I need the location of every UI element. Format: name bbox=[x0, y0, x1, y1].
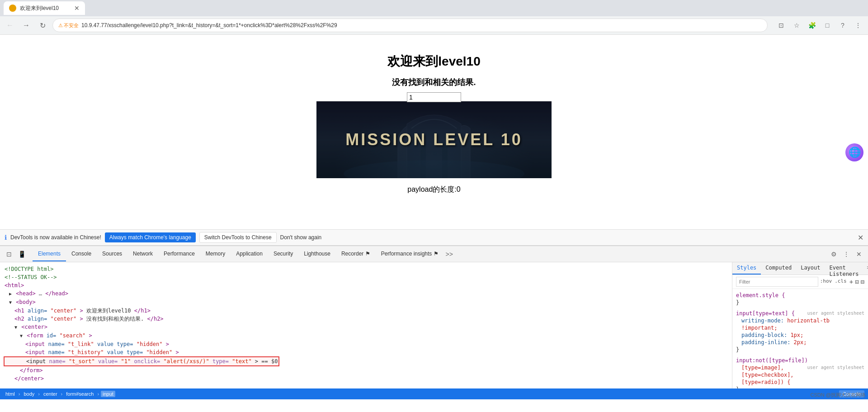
tab-memory[interactable]: Memory bbox=[200, 247, 231, 261]
tree-body[interactable]: ▼ <body> bbox=[4, 298, 728, 307]
styles-panel: Styles Computed Layout Event Listeners >… bbox=[732, 262, 868, 388]
browser-chrome: 欢迎来到level10 ✕ ← → ↻ ⚠ 不安全 10.9.47.77/xss… bbox=[0, 0, 868, 35]
styles-filter-bar: :hov .cls + ⊡ ⊟ bbox=[732, 275, 868, 289]
tree-h1[interactable]: <h1 align= "center" > 欢迎来到level10 </h1> bbox=[4, 307, 728, 315]
cls-toggle[interactable]: .cls bbox=[835, 278, 847, 285]
url-text: 10.9.47.77/xsschallenge/level10.php?t_li… bbox=[81, 22, 337, 28]
tab-application[interactable]: Application bbox=[231, 247, 268, 261]
tree-input-sort-highlighted[interactable]: <input name= "t_sort" value= "1" onclick… bbox=[4, 356, 279, 366]
tree-html[interactable]: <html> bbox=[4, 281, 728, 289]
always-match-button[interactable]: Always match Chrome's language bbox=[105, 232, 196, 242]
breadcrumb-form[interactable]: form#search bbox=[64, 391, 95, 397]
styles-content: element.style { } input[type=text] { use… bbox=[732, 289, 868, 388]
tree-doctype: <!DOCTYPE html> bbox=[4, 265, 728, 273]
tree-input-link[interactable]: <input name= "t_link" value type= "hidde… bbox=[4, 340, 728, 348]
menu-button[interactable]: ⋮ bbox=[852, 19, 864, 32]
tab-performance-insights[interactable]: Performance insights ⚑ bbox=[376, 247, 444, 261]
minimize-devtools-icon[interactable]: ✕ bbox=[854, 249, 864, 260]
more-styles-tabs[interactable]: >> bbox=[863, 262, 868, 275]
devtools-tabs: Elements Console Sources Network Perform… bbox=[33, 247, 455, 261]
profile-button[interactable]: □ bbox=[821, 19, 834, 32]
address-bar: ← → ↻ ⚠ 不安全 10.9.47.77/xsschallenge/leve… bbox=[0, 16, 868, 34]
tab-favicon bbox=[9, 5, 16, 12]
url-bar[interactable]: ⚠ 不安全 10.9.47.77/xsschallenge/level10.ph… bbox=[52, 19, 768, 32]
dont-show-again-button[interactable]: Don't show again bbox=[280, 234, 322, 241]
styles-filter-input[interactable] bbox=[736, 277, 818, 287]
tab-recorder[interactable]: Recorder ⚑ bbox=[336, 247, 376, 261]
tree-form-close: </form> bbox=[4, 366, 728, 374]
mission-text: Mission Level 10 bbox=[345, 130, 522, 149]
info-icon: ℹ bbox=[5, 234, 7, 241]
breadcrumb-html[interactable]: html bbox=[4, 391, 17, 397]
globe-icon: 🌐 bbox=[845, 143, 863, 161]
toggle-computed-icon[interactable]: ⊡ bbox=[855, 278, 859, 285]
settings-icon[interactable]: ⚙ bbox=[828, 249, 839, 260]
styles-tabs: Styles Computed Layout Event Listeners >… bbox=[732, 262, 868, 275]
search-input[interactable] bbox=[407, 92, 461, 102]
page-subtitle: 没有找到和相关的结果. bbox=[9, 77, 859, 88]
payload-info: payload的长度:0 bbox=[9, 185, 859, 194]
expand-body-triangle[interactable]: ▼ bbox=[9, 298, 12, 307]
device-toolbar-icon[interactable]: 📱 bbox=[16, 249, 27, 260]
devtools-notification: ℹ DevTools is now available in Chinese! … bbox=[0, 229, 868, 246]
add-style-icon[interactable]: + bbox=[849, 278, 853, 285]
bookmark-button[interactable]: ☆ bbox=[790, 19, 803, 32]
computed-tab[interactable]: Computed bbox=[761, 262, 796, 275]
switch-devtools-button[interactable]: Switch DevTools to Chinese bbox=[199, 232, 277, 243]
tree-input-history[interactable]: <input name= "t_history" value type= "hi… bbox=[4, 348, 728, 356]
devtools-body: <!DOCTYPE html> <!--STATUS OK--> <html> … bbox=[0, 262, 868, 388]
reload-button[interactable]: ↻ bbox=[36, 19, 49, 32]
tree-comment: <!--STATUS OK--> bbox=[4, 273, 728, 281]
cast-button[interactable]: ⊡ bbox=[775, 19, 788, 32]
event-listeners-tab[interactable]: Event Listeners bbox=[825, 262, 863, 275]
webpage-area: 欢迎来到level10 没有找到和相关的结果. bbox=[0, 35, 868, 229]
breadcrumb-bar: html › body › center › form#search › inp… bbox=[4, 391, 115, 397]
devtools-toolbar: ⊡ 📱 Elements Console Sources Network Per… bbox=[0, 246, 868, 262]
tree-form[interactable]: ▼ <form id= "search" > bbox=[4, 331, 728, 340]
breadcrumb-input[interactable]: input bbox=[101, 391, 115, 397]
tab-security[interactable]: Security bbox=[268, 247, 298, 261]
breadcrumb-center[interactable]: center bbox=[42, 391, 59, 397]
notification-text: DevTools is now available in Chinese! bbox=[10, 234, 101, 241]
html-tree: <!DOCTYPE html> <!--STATUS OK--> <html> … bbox=[0, 262, 732, 388]
watermark: CSDN @扰脚大汉在网络 bbox=[811, 392, 866, 398]
back-button[interactable]: ← bbox=[4, 19, 16, 32]
styles-tab[interactable]: Styles bbox=[732, 262, 761, 275]
devtools-icons-right: ⚙ ⋮ ✕ bbox=[828, 249, 864, 260]
tree-center[interactable]: ▼ <center> bbox=[4, 323, 728, 331]
hov-toggle[interactable]: :hov bbox=[820, 278, 832, 285]
page-content: 欢迎来到level10 没有找到和相关的结果. bbox=[0, 35, 868, 204]
tab-close-button[interactable]: ✕ bbox=[74, 5, 80, 12]
layout-tab[interactable]: Layout bbox=[796, 262, 825, 275]
forward-button[interactable]: → bbox=[20, 19, 33, 32]
inspect-element-icon[interactable]: ⊡ bbox=[4, 249, 14, 260]
security-warning: ⚠ 不安全 bbox=[58, 22, 79, 29]
tree-h2[interactable]: <h2 align= "center" > 没有找到和相关的结果. </h2> bbox=[4, 315, 728, 323]
css-rule-input-text: input[type=text] { user agent stylesheet… bbox=[736, 310, 864, 353]
help-button[interactable]: ? bbox=[836, 19, 849, 32]
expand-head-triangle[interactable]: ▶ bbox=[9, 290, 12, 298]
devtools-panel: ⊡ 📱 Elements Console Sources Network Per… bbox=[0, 246, 868, 399]
tab-sources[interactable]: Sources bbox=[97, 247, 127, 261]
tab-bar: 欢迎来到level10 ✕ bbox=[0, 0, 868, 16]
filter-icon[interactable]: ⊟ bbox=[861, 278, 864, 285]
tree-head[interactable]: ▶ <head> … </head> bbox=[4, 289, 728, 298]
toolbar-right: ⊡ ☆ 🧩 □ ? ⋮ bbox=[775, 19, 864, 32]
browser-tab[interactable]: 欢迎来到level10 ✕ bbox=[4, 1, 85, 15]
extensions-button[interactable]: 🧩 bbox=[806, 19, 818, 32]
more-options-icon[interactable]: ⋮ bbox=[841, 249, 852, 260]
tab-network[interactable]: Network bbox=[127, 247, 158, 261]
tab-console[interactable]: Console bbox=[66, 247, 97, 261]
styles-filter-actions: :hov .cls + ⊡ ⊟ bbox=[820, 278, 864, 285]
tab-elements[interactable]: Elements bbox=[33, 247, 66, 261]
expand-form-triangle[interactable]: ▼ bbox=[20, 332, 23, 340]
tab-title: 欢迎来到level10 bbox=[20, 5, 59, 12]
breadcrumb-body[interactable]: body bbox=[22, 391, 36, 397]
notification-close-button[interactable]: ✕ bbox=[858, 233, 863, 242]
more-tabs-icon[interactable]: >> bbox=[444, 249, 455, 260]
tree-center-close: </center> bbox=[4, 374, 728, 383]
tab-performance[interactable]: Performance bbox=[158, 247, 200, 261]
tab-lighthouse[interactable]: Lighthouse bbox=[298, 247, 336, 261]
css-rule-element-style: element.style { } bbox=[736, 292, 864, 306]
expand-center-triangle[interactable]: ▼ bbox=[14, 323, 17, 331]
